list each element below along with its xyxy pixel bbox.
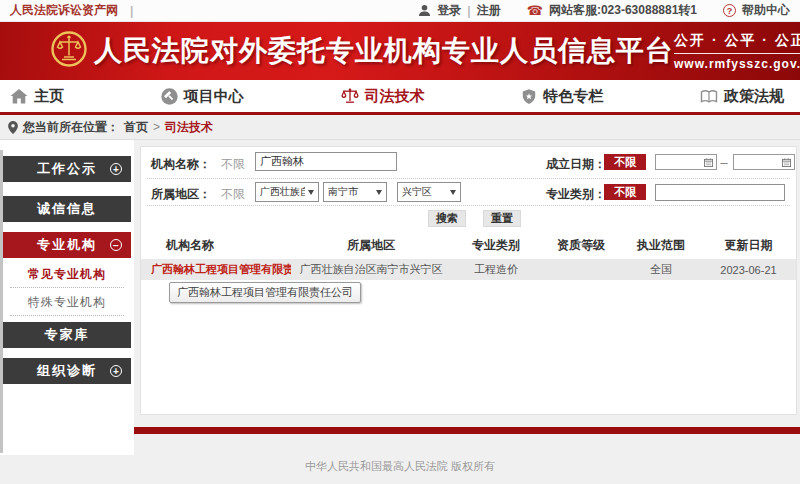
sidebar-subitem-special-orgs[interactable]: 特殊专业机构 bbox=[3, 293, 131, 311]
sidebar-item-label: 组织诊断 bbox=[37, 362, 97, 380]
page-title: 人民法院对外委托专业机构专业人员信息平台 bbox=[94, 32, 674, 70]
login-register-divider: | bbox=[467, 4, 470, 18]
sidebar-item-expert-pool[interactable]: 专家库 bbox=[3, 322, 131, 348]
home-icon bbox=[10, 89, 28, 104]
help-center-link[interactable]: 帮助中心 bbox=[742, 2, 790, 19]
table-header: 资质等级 bbox=[541, 237, 621, 254]
top-utility-bar: 人民法院诉讼资产网 | 登录 | 注册 ☎ 网站客服:023-63088881转… bbox=[0, 0, 800, 22]
footer-red-bar bbox=[134, 427, 800, 434]
category-any-button[interactable]: 不限 bbox=[604, 184, 646, 200]
help-icon: ? bbox=[723, 4, 736, 17]
search-button[interactable]: 搜索 bbox=[428, 210, 466, 227]
book-icon bbox=[700, 89, 718, 104]
org-region-cell: 广西壮族自治区南宁市兴宁区 bbox=[291, 262, 451, 277]
province-select[interactable]: 广西壮族自治 bbox=[255, 182, 319, 202]
sidebar-dotted-divider bbox=[10, 315, 124, 316]
main-nav: 主页 项目中心 司法技术 特色专栏 政策法规 bbox=[0, 80, 800, 115]
date-from-input[interactable] bbox=[655, 154, 717, 170]
org-name-tooltip: 广西翰林工程项目管理有限责任公司 bbox=[169, 282, 361, 303]
user-icon bbox=[418, 4, 431, 17]
sidebar-subitem-common-orgs[interactable]: 常见专业机构 bbox=[3, 265, 131, 283]
sidebar-item-label: 诚信信息 bbox=[37, 200, 97, 218]
nav-item-label: 项目中心 bbox=[184, 87, 244, 106]
chevron-down-icon bbox=[450, 190, 456, 195]
city-select[interactable]: 南宁市 bbox=[323, 182, 387, 202]
founding-date-any-button[interactable]: 不限 bbox=[604, 154, 646, 170]
breadcrumb-current: 司法技术 bbox=[165, 119, 213, 136]
org-name-any-option[interactable]: 不限 bbox=[221, 156, 245, 173]
nav-item-label: 政策法规 bbox=[724, 87, 784, 106]
form-divider bbox=[147, 205, 790, 206]
content-panel: 机构名称： 不限 成立日期： 不限 --- 所属地区： 不限 广西壮族自治 南宁… bbox=[140, 146, 797, 415]
nav-item-home[interactable]: 主页 bbox=[10, 87, 64, 106]
district-select-value: 兴宁区 bbox=[402, 185, 432, 199]
founding-date-label: 成立日期： bbox=[546, 156, 606, 173]
table-header: 专业类别 bbox=[451, 237, 541, 254]
breadcrumb-separator: > bbox=[153, 120, 160, 134]
nav-item-policies[interactable]: 政策法规 bbox=[700, 87, 784, 106]
shield-star-icon bbox=[521, 88, 537, 105]
org-updated-cell: 2023-06-21 bbox=[701, 264, 796, 276]
org-scope-cell: 全国 bbox=[621, 262, 701, 277]
login-link[interactable]: 登录 bbox=[437, 2, 461, 19]
org-name-label: 机构名称： bbox=[151, 156, 211, 173]
sidebar-item-label: 专家库 bbox=[45, 326, 90, 344]
hotline-text: 网站客服:023-63088881转1 bbox=[549, 2, 697, 19]
nav-item-special-column[interactable]: 特色专栏 bbox=[521, 87, 603, 106]
table-header: 机构名称 bbox=[141, 237, 291, 254]
breadcrumb-prefix: 您当前所在位置： bbox=[23, 119, 119, 136]
date-to-input[interactable] bbox=[733, 154, 795, 170]
register-link[interactable]: 注册 bbox=[477, 2, 501, 19]
court-emblem-icon bbox=[50, 30, 88, 72]
sidebar-item-org-diagnosis[interactable]: 组织诊断 + bbox=[3, 358, 131, 384]
nav-item-judicial-tech[interactable]: 司法技术 bbox=[341, 87, 425, 106]
breadcrumb: 您当前所在位置： 首页 > 司法技术 bbox=[0, 115, 800, 140]
reset-button[interactable]: 重置 bbox=[483, 210, 521, 227]
org-name-link[interactable]: 广西翰林工程项目管理有限责任... bbox=[141, 262, 291, 277]
table-header: 所属地区 bbox=[291, 237, 451, 254]
province-select-value: 广西壮族自治 bbox=[260, 185, 305, 199]
sidebar-item-label: 工作公示 bbox=[37, 160, 97, 178]
expand-plus-icon: + bbox=[110, 163, 122, 175]
table-header-row: 机构名称 所属地区 专业类别 资质等级 执业范围 更新日期 bbox=[141, 233, 796, 257]
nav-item-label: 主页 bbox=[34, 87, 64, 106]
sidebar-item-integrity-info[interactable]: 诚信信息 bbox=[3, 196, 131, 222]
city-select-value: 南宁市 bbox=[328, 185, 358, 199]
nav-item-project-center[interactable]: 项目中心 bbox=[161, 87, 244, 106]
gavel-icon bbox=[161, 88, 178, 105]
sidebar-item-professional-orgs[interactable]: 专业机构 − bbox=[3, 232, 131, 258]
banner-url: www.rmfysszc.gov.cn bbox=[674, 57, 800, 71]
sidebar-subitem-label: 常见专业机构 bbox=[28, 266, 106, 283]
asset-site-link[interactable]: 人民法院诉讼资产网 bbox=[10, 2, 118, 19]
sidebar-subitem-label: 特殊专业机构 bbox=[28, 294, 106, 311]
phone-icon: ☎ bbox=[527, 4, 543, 17]
nav-item-label: 司法技术 bbox=[365, 87, 425, 106]
location-pin-icon bbox=[8, 121, 18, 134]
topbar-divider: | bbox=[130, 4, 133, 18]
table-header: 更新日期 bbox=[701, 237, 796, 254]
scales-icon bbox=[341, 88, 359, 104]
table-row[interactable]: 广西翰林工程项目管理有限责任... 广西壮族自治区南宁市兴宁区 工程造价 全国 … bbox=[141, 259, 796, 280]
date-range-separator: --- bbox=[720, 157, 727, 168]
region-any-option[interactable]: 不限 bbox=[221, 186, 245, 203]
expand-plus-icon: + bbox=[110, 365, 122, 377]
district-select[interactable]: 兴宁区 bbox=[397, 182, 461, 202]
org-name-input[interactable] bbox=[255, 152, 397, 171]
calendar-icon bbox=[704, 158, 713, 167]
sidebar-dotted-divider bbox=[10, 287, 124, 288]
category-label: 专业类别： bbox=[546, 186, 606, 203]
table-header: 执业范围 bbox=[621, 237, 701, 254]
chevron-down-icon bbox=[308, 190, 314, 195]
chevron-down-icon bbox=[376, 190, 382, 195]
form-divider bbox=[147, 178, 790, 179]
org-category-cell: 工程造价 bbox=[451, 262, 541, 277]
copyright-text: 中华人民共和国最高人民法院 版权所有 bbox=[0, 459, 800, 474]
collapse-minus-icon: − bbox=[110, 239, 122, 251]
page: 人民法院诉讼资产网 | 登录 | 注册 ☎ 网站客服:023-63088881转… bbox=[0, 0, 800, 484]
category-input[interactable] bbox=[655, 184, 785, 201]
region-label: 所属地区： bbox=[151, 186, 211, 203]
calendar-icon bbox=[782, 158, 791, 167]
sidebar-item-work-publicity[interactable]: 工作公示 + bbox=[3, 156, 131, 182]
breadcrumb-home-link[interactable]: 首页 bbox=[124, 119, 148, 136]
banner-slogan: 公开 · 公平 · 公正 bbox=[674, 32, 800, 54]
